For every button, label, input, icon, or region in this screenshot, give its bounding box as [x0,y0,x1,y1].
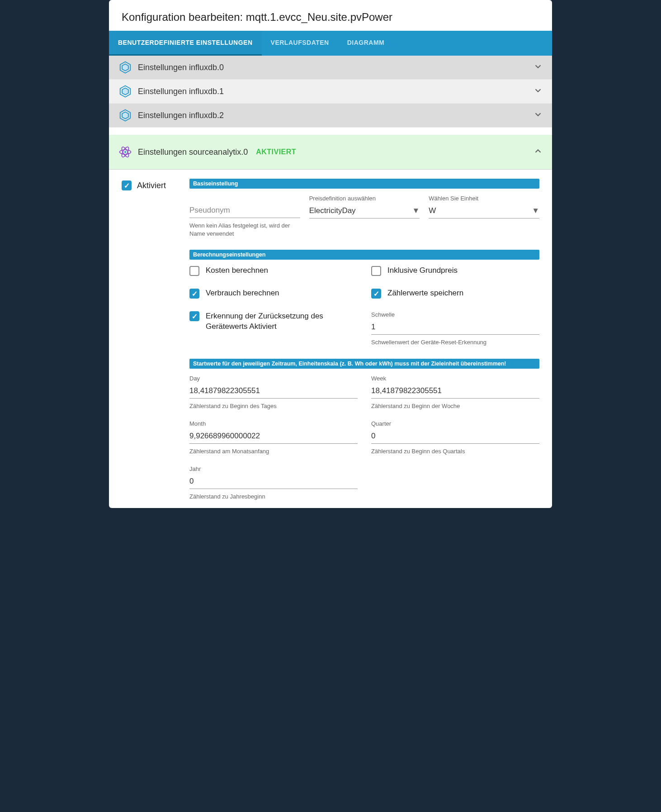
svg-point-9 [124,151,126,153]
week-help: Zählerstand zu Beginn der Woche [371,402,539,410]
year-label: Jahr [189,465,358,472]
chevron-down-icon [533,85,543,97]
dialog-body: Einstellungen influxdb.0 Einstellungen i… [109,56,552,508]
schwelle-help: Schwellenwert der Geräte-Reset-Erkennung [371,338,539,347]
sourceanalytix-icon [118,145,132,159]
panel-title: Einstellungen influxdb.1 [138,87,224,96]
price-field: Preisdefinition auswählen ElectricityDay… [309,195,420,238]
day-input[interactable]: 18,41879822305551 [189,384,358,399]
influxdb-icon [118,108,132,123]
zaehler-speichern-label: Zählerwerte speichern [387,289,463,298]
grundpreis-checkbox[interactable] [371,266,381,276]
year-input[interactable]: 0 [189,474,358,489]
tab-chart[interactable]: DIAGRAMM [338,31,394,56]
day-value: 18,41879822305551 [189,386,260,395]
activated-badge: AKTIVIERT [256,148,296,156]
verbrauch-checkbox[interactable] [189,289,199,299]
grundpreis-row: Inklusive Grundpreis [371,266,539,276]
quarter-help: Zählerstand zu Beginn des Quartals [371,447,539,456]
alias-field: Pseudonym Wenn kein Alias festgelegt ist… [189,195,300,238]
tab-history[interactable]: VERLAUFSDATEN [262,31,338,56]
unit-value: W [429,206,436,215]
day-field: Day 18,41879822305551 Zählerstand zu Beg… [189,375,358,410]
dropdown-arrow-icon: ▼ [532,206,539,215]
panel-influxdb0[interactable]: Einstellungen influxdb.0 [109,56,552,80]
svg-marker-5 [122,112,128,119]
activated-label: Aktiviert [137,181,166,190]
verbrauch-label: Verbrauch berechnen [206,289,279,298]
year-value: 0 [189,477,194,486]
price-value: ElectricityDay [309,206,356,215]
day-label: Day [189,375,358,382]
kosten-row: Kosten berechnen [189,266,358,276]
month-help: Zählerstand am Monatsanfang [189,447,358,456]
calc-grid: Kosten berechnen Inklusive Grundpreis Ve… [189,266,539,347]
week-label: Week [371,375,539,382]
left-column: Aktiviert [122,179,189,501]
panel-sourceanalytix[interactable]: Einstellungen sourceanalytix.0 AKTIVIERT [109,135,552,170]
base-form: Pseudonym Wenn kein Alias festgelegt ist… [189,195,539,238]
panel-influxdb2[interactable]: Einstellungen influxdb.2 [109,104,552,128]
unit-field: Wählen Sie Einheit W ▼ [429,195,539,238]
tab-user-settings[interactable]: BENUTZERDEFINIERTE EINSTELLUNGEN [109,31,262,56]
svg-marker-3 [122,88,128,95]
grundpreis-label: Inklusive Grundpreis [387,266,458,275]
verbrauch-row: Verbrauch berechnen [189,289,358,299]
kosten-label: Kosten berechnen [206,266,268,275]
panel-title: Einstellungen sourceanalytix.0 [138,147,248,157]
activated-row: Aktiviert [122,180,189,190]
panel-content: Aktiviert Basiseinstellung Pseudonym Wen… [109,170,552,508]
unit-select[interactable]: W ▼ [429,204,539,218]
reset-detect-checkbox[interactable] [189,311,199,321]
dialog-header: Konfiguration bearbeiten: mqtt.1.evcc_Ne… [109,0,552,31]
month-label: Month [189,420,358,427]
start-grid: Day 18,41879822305551 Zählerstand zu Beg… [189,375,539,501]
year-help: Zählerstand zu Jahresbeginn [189,493,358,501]
section-start-header: Startwerte für den jeweiligen Zeitraum, … [189,359,539,369]
schwelle-input[interactable]: 1 [371,320,539,335]
day-help: Zählerstand zu Beginn des Tages [189,402,358,410]
svg-marker-1 [122,64,128,71]
section-base-header: Basiseinstellung [189,179,539,189]
price-select[interactable]: ElectricityDay ▼ [309,204,420,218]
chevron-up-icon [533,146,543,158]
zaehler-speichern-checkbox[interactable] [371,289,381,299]
alias-input[interactable]: Pseudonym [189,203,300,218]
week-input[interactable]: 18,41879822305551 [371,384,539,399]
alias-help: Wenn kein Alias festgelegt ist, wird der… [189,222,300,238]
week-field: Week 18,41879822305551 Zählerstand zu Be… [371,375,539,410]
quarter-field: Quarter 0 Zählerstand zu Beginn des Quar… [371,420,539,456]
unit-label: Wählen Sie Einheit [429,195,539,202]
quarter-input[interactable]: 0 [371,429,539,444]
quarter-value: 0 [371,432,375,441]
influxdb-icon [118,60,132,75]
dropdown-arrow-icon: ▼ [412,206,420,215]
panel-title: Einstellungen influxdb.0 [138,63,224,72]
tabs: BENUTZERDEFINIERTE EINSTELLUNGEN VERLAUF… [109,31,552,56]
schwelle-field: Schwelle 1 Schwellenwert der Geräte-Rese… [371,311,539,347]
influxdb-icon [118,84,132,99]
year-field: Jahr 0 Zählerstand zu Jahresbeginn [189,465,358,501]
kosten-checkbox[interactable] [189,266,199,276]
schwelle-value: 1 [371,323,375,332]
month-input[interactable]: 9,926689960000022 [189,429,358,444]
schwelle-label: Schwelle [371,311,539,318]
quarter-label: Quarter [371,420,539,427]
reset-detect-label: Erkennung der Zurücksetzung des Gerätewe… [206,311,358,332]
activated-checkbox[interactable] [122,180,132,190]
config-dialog: Konfiguration bearbeiten: mqtt.1.evcc_Ne… [109,0,552,508]
right-column: Basiseinstellung Pseudonym Wenn kein Ali… [189,179,539,501]
week-value: 18,41879822305551 [371,386,442,395]
price-label: Preisdefinition auswählen [309,195,420,202]
section-calc-header: Berechnungseinstellungen [189,250,539,260]
chevron-down-icon [533,109,543,121]
chevron-down-icon [533,62,543,73]
month-field: Month 9,926689960000022 Zählerstand am M… [189,420,358,456]
zaehler-speichern-row: Zählerwerte speichern [371,289,539,299]
panel-influxdb1[interactable]: Einstellungen influxdb.1 [109,80,552,104]
month-value: 9,926689960000022 [189,432,260,441]
reset-detect-row: Erkennung der Zurücksetzung des Gerätewe… [189,311,358,347]
panel-title: Einstellungen influxdb.2 [138,111,224,120]
dialog-title: Konfiguration bearbeiten: mqtt.1.evcc_Ne… [122,11,539,24]
